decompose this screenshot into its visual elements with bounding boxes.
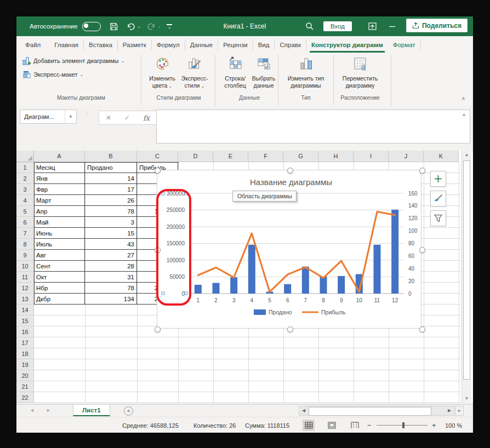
- chart-line-profit[interactable]: [198, 212, 395, 292]
- cell-A7[interactable]: Июнь: [34, 228, 85, 239]
- cell-A4[interactable]: Март: [34, 195, 85, 206]
- chart-bar-12[interactable]: [391, 210, 398, 294]
- row-header-16[interactable]: 16: [16, 326, 34, 337]
- row-header-11[interactable]: 11: [16, 272, 34, 283]
- column-header-K[interactable]: K: [424, 151, 459, 162]
- cell-A9[interactable]: Авг: [34, 250, 85, 261]
- chart-bar-11[interactable]: [374, 245, 381, 294]
- cell-B5[interactable]: 78: [85, 206, 137, 217]
- column-header-I[interactable]: I: [354, 151, 389, 162]
- tab-split-handle[interactable]: ▸: [455, 406, 464, 416]
- view-page-layout-button[interactable]: [326, 420, 338, 431]
- row-header-5[interactable]: 5: [16, 206, 34, 217]
- name-box-caret-icon[interactable]: ▼: [65, 110, 76, 123]
- row-header-2[interactable]: 2: [16, 173, 34, 184]
- undo-button[interactable]: ⌄: [127, 16, 141, 36]
- row-header-7[interactable]: 7: [16, 228, 34, 239]
- chart-selection-handle-6[interactable]: [155, 326, 161, 332]
- vertical-scrollbar[interactable]: ▲ ▼: [461, 151, 471, 403]
- ribbon-tab-11[interactable]: Формат: [388, 39, 421, 50]
- add-chart-element-button[interactable]: Добавить элемент диаграммы: [21, 55, 126, 67]
- insert-function-icon[interactable]: fx: [143, 114, 150, 122]
- minimize-button[interactable]: [383, 16, 401, 36]
- zoom-slider-handle[interactable]: [402, 422, 404, 428]
- view-page-break-button[interactable]: [349, 420, 361, 431]
- row-header-9[interactable]: 9: [16, 250, 34, 261]
- signin-button[interactable]: Вход: [323, 16, 352, 36]
- chart-selection-handle-2[interactable]: [287, 168, 293, 174]
- sheet-tab-list1[interactable]: Лист1: [73, 405, 110, 416]
- chart-bar-1[interactable]: [195, 285, 202, 294]
- cell-A3[interactable]: Фвр: [34, 184, 85, 195]
- ribbon-tab-10[interactable]: Конструктор диаграмм: [306, 39, 388, 50]
- chart-selection-handle-8[interactable]: [419, 326, 425, 332]
- ribbon-tab-9[interactable]: Справк: [275, 39, 306, 50]
- save-button[interactable]: [110, 16, 118, 36]
- scroll-right-icon[interactable]: ▶: [446, 407, 453, 415]
- cell-B10[interactable]: 28: [85, 261, 137, 272]
- column-header-A[interactable]: A: [34, 151, 85, 162]
- vertical-scroll-thumb[interactable]: [463, 160, 470, 380]
- chart-selection-handle-3[interactable]: [419, 168, 425, 174]
- ribbon-tab-3[interactable]: Вставка: [84, 39, 118, 50]
- chart-filters-button[interactable]: [430, 210, 446, 226]
- chart-elements-button[interactable]: [430, 171, 446, 187]
- row-header-17[interactable]: 17: [16, 337, 34, 348]
- cell-B3[interactable]: 17: [85, 184, 137, 195]
- name-box[interactable]: Диаграм... ▼: [20, 110, 77, 124]
- cell-B12[interactable]: 78: [85, 283, 137, 294]
- horizontal-scroll-thumb[interactable]: [309, 407, 431, 416]
- row-header-22[interactable]: 22: [16, 392, 34, 403]
- chart-bar-2[interactable]: [213, 283, 220, 294]
- formula-input[interactable]: ▲: [156, 110, 470, 143]
- ribbon-display-options-button[interactable]: [363, 16, 381, 36]
- cancel-icon[interactable]: ✕: [106, 114, 111, 122]
- column-header-H[interactable]: H: [318, 151, 354, 162]
- scroll-down-icon[interactable]: ▼: [462, 394, 471, 403]
- zoom-out-button[interactable]: −: [367, 417, 372, 433]
- ribbon-tab-6[interactable]: Данные: [185, 39, 219, 50]
- ribbon-tab-2[interactable]: Главная: [49, 39, 84, 50]
- search-button[interactable]: [305, 16, 314, 36]
- cell-B13[interactable]: 134: [85, 294, 137, 305]
- column-header-D[interactable]: D: [178, 151, 213, 162]
- row-header-6[interactable]: 6: [16, 217, 34, 228]
- chart-selection-handle-4[interactable]: [155, 247, 161, 253]
- row-header-8[interactable]: 8: [16, 239, 34, 250]
- chart-bar-6[interactable]: [284, 284, 291, 294]
- ribbon-tab-4[interactable]: Разметк: [118, 39, 152, 50]
- chart-styles-button[interactable]: [430, 191, 446, 206]
- row-header-13[interactable]: 13: [16, 294, 34, 305]
- row-header-3[interactable]: 3: [16, 184, 34, 195]
- column-header-B[interactable]: B: [85, 151, 137, 162]
- cell-B11[interactable]: 31: [85, 272, 137, 283]
- customize-qat-button[interactable]: ⌄: [167, 16, 172, 36]
- share-button[interactable]: Поделиться: [406, 19, 468, 32]
- row-header-21[interactable]: 21: [16, 381, 34, 392]
- scroll-left-icon[interactable]: ◀: [300, 407, 307, 415]
- quick-layout-button[interactable]: Экспресс-макет: [21, 68, 85, 81]
- ribbon-tab-5[interactable]: Формул: [152, 39, 185, 50]
- cell-B6[interactable]: 3: [85, 217, 137, 228]
- select-all-corner[interactable]: [16, 151, 34, 162]
- cell-A8[interactable]: Июль: [34, 239, 85, 250]
- prev-sheet-icon[interactable]: ◂: [31, 407, 33, 413]
- cell-A11[interactable]: Окт: [34, 272, 85, 283]
- chart-selection-handle-5[interactable]: [419, 247, 425, 253]
- ribbon-tab-7[interactable]: Рецензи: [218, 39, 253, 50]
- cell-A6[interactable]: Май: [34, 217, 85, 228]
- zoom-in-button[interactable]: +: [432, 417, 436, 433]
- horizontal-scrollbar[interactable]: ◀ ▶: [299, 406, 454, 416]
- cell-B2[interactable]: 14: [85, 173, 137, 184]
- row-header-4[interactable]: 4: [16, 195, 34, 206]
- cell-B1[interactable]: Продано: [85, 162, 137, 173]
- collapse-formula-bar-icon[interactable]: ▲: [461, 112, 466, 117]
- cell-B4[interactable]: 26: [85, 195, 137, 206]
- cell-B9[interactable]: 27: [85, 250, 137, 261]
- chart-bar-3[interactable]: [230, 277, 237, 294]
- row-header-20[interactable]: 20: [16, 370, 34, 381]
- column-header-E[interactable]: E: [213, 151, 248, 162]
- add-sheet-button[interactable]: +: [124, 406, 133, 416]
- ribbon-tab-1[interactable]: Файл: [16, 39, 49, 50]
- cell-A12[interactable]: Нбр: [34, 283, 85, 294]
